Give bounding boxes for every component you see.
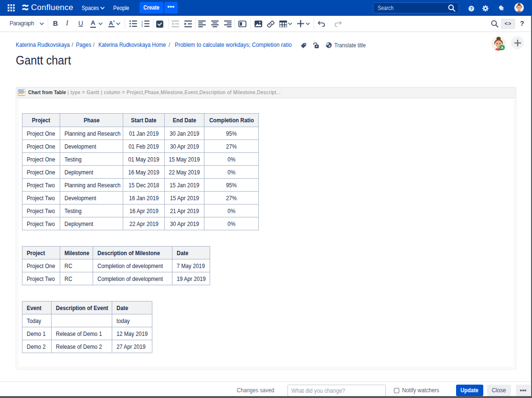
svg-text:A: A bbox=[501, 45, 504, 50]
svg-text:?: ? bbox=[470, 6, 473, 11]
svg-text:3: 3 bbox=[141, 25, 143, 27]
